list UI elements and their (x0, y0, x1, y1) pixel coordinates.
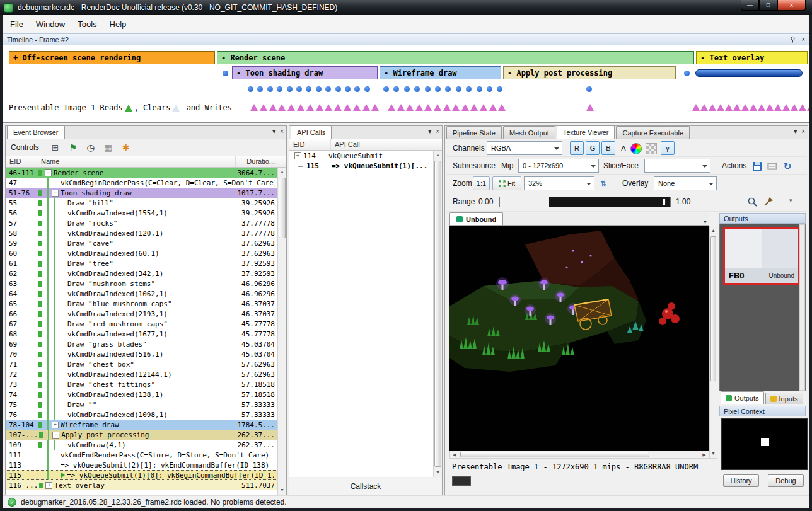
write-usage-triangle[interactable] (424, 104, 432, 111)
gamma-button[interactable]: γ (661, 141, 675, 155)
alpha-channel-button[interactable]: A (617, 141, 630, 155)
write-usage-triangle[interactable] (297, 104, 304, 111)
event-row[interactable]: 69Draw "grass blades"45.03704 (6, 339, 277, 349)
texture-tab-list-icon[interactable]: ▾ (701, 218, 709, 225)
timeline-close-icon[interactable]: × (801, 36, 805, 43)
write-usage-triangle[interactable] (452, 104, 460, 111)
draw-call-dot[interactable] (345, 86, 351, 92)
blue-channel-button[interactable]: B (601, 141, 615, 155)
scroll-up-icon[interactable]: ▲ (434, 151, 442, 159)
red-channel-button[interactable]: R (570, 141, 584, 155)
open-texture-list-icon[interactable] (767, 161, 778, 172)
zoom-range-icon[interactable] (747, 197, 758, 208)
draw-call-dot[interactable] (354, 86, 360, 92)
write-usage-triangle[interactable] (799, 104, 806, 111)
write-usage-triangle[interactable] (741, 104, 749, 111)
write-usage-triangle[interactable] (434, 104, 441, 111)
event-row[interactable]: 47vkCmdBeginRenderPass(C=Clear, D=Clear,… (6, 178, 277, 188)
checkerboard-background-icon[interactable] (646, 143, 657, 154)
draw-call-dot[interactable] (267, 86, 273, 92)
write-usage-triangle[interactable] (692, 104, 700, 111)
write-usage-triangle[interactable] (316, 104, 323, 111)
draw-call-dot[interactable] (466, 86, 472, 92)
expand-icon[interactable]: + (52, 422, 59, 428)
event-row[interactable]: 63Draw "mushroom stems"46.96296 (6, 278, 277, 289)
event-row[interactable]: 75Draw ""57.33333 (6, 399, 277, 410)
draw-call-dot[interactable] (497, 86, 502, 92)
collapse-icon[interactable]: − (45, 169, 52, 176)
write-usage-triangle[interactable] (250, 104, 258, 111)
api-calls-scrollbar[interactable]: ▲ ▼ (433, 151, 442, 477)
event-row[interactable]: 72vkCmdDrawIndexed(12144,1)57.62963 (6, 369, 277, 379)
expand-icon[interactable]: + (294, 152, 301, 159)
draw-call-dot[interactable] (335, 86, 341, 92)
slice-face-select[interactable] (644, 159, 710, 173)
tab-api-calls[interactable]: API Calls (291, 125, 332, 139)
scrollbar-thumb[interactable] (460, 452, 649, 457)
write-usage-triangle[interactable] (325, 104, 332, 111)
draw-call-dot[interactable] (257, 86, 263, 92)
scroll-down-icon[interactable]: ▼ (710, 449, 717, 458)
write-usage-triangle[interactable] (700, 104, 708, 111)
history-button[interactable]: History (723, 474, 759, 487)
texture-display[interactable] (450, 226, 709, 451)
draw-call-dot[interactable] (435, 86, 441, 92)
scroll-left-icon[interactable]: ◀ (450, 451, 459, 458)
write-usage-triangle[interactable] (766, 104, 774, 111)
callstack-section[interactable]: Callstack (289, 478, 442, 495)
write-usage-triangle[interactable] (397, 104, 405, 111)
event-row[interactable]: 111vkCmdEndRenderPass(C=Store, D=Store, … (6, 450, 277, 460)
scroll-down-icon[interactable]: ▼ (278, 486, 286, 495)
menu-item-help[interactable]: Help (103, 16, 133, 32)
pixel-context-view[interactable] (721, 418, 808, 470)
draw-call-dot[interactable] (223, 71, 228, 76)
write-usage-triangle[interactable] (489, 104, 497, 111)
event-row[interactable]: 46-111−Render scene3064.7... (6, 168, 277, 178)
event-row[interactable]: 62vkCmdDrawIndexed(342,1)37.92593 (6, 268, 277, 278)
zoom-percent-select[interactable]: 32% (524, 176, 594, 190)
event-row[interactable]: 113=> vkQueueSubmit(2)[1]: vkEndCommandB… (6, 460, 277, 470)
api-call-row[interactable]: +114vkQueueSubmit (289, 151, 433, 161)
event-row[interactable]: 56vkCmdDrawIndexed(1554,1)39.25926 (6, 208, 277, 218)
event-row[interactable]: 67Draw "red mushroom caps"45.77778 (6, 319, 277, 329)
write-usage-triangle[interactable] (353, 104, 361, 111)
timeline-marker-bar[interactable]: + Off-screen scene rendering (9, 51, 215, 64)
tab-inputs[interactable]: Inputs (765, 393, 803, 404)
debug-button[interactable]: Debug (768, 474, 804, 487)
timeline-marker-bar[interactable]: - Apply post processing (503, 66, 676, 79)
range-slider[interactable] (499, 197, 671, 207)
write-usage-triangle[interactable] (470, 104, 478, 111)
panel-menu-icon[interactable]: ▾ (794, 128, 797, 135)
draw-call-dot[interactable] (296, 86, 302, 92)
green-channel-button[interactable]: G (586, 141, 600, 155)
draw-call-dot[interactable] (383, 86, 389, 92)
zoom-1to1-button[interactable]: 1:1 (473, 176, 490, 190)
event-row[interactable]: 78-104+Wireframe draw1784.5... (6, 420, 277, 430)
panel-close-icon[interactable]: × (801, 128, 805, 135)
draw-call-dot[interactable] (277, 86, 282, 92)
draw-call-dot[interactable] (445, 86, 451, 92)
bookmark-flag-icon[interactable]: ⚑ (68, 142, 78, 152)
mip-select[interactable]: 0 - 1272x690 (518, 159, 599, 173)
event-row[interactable]: 68vkCmdDrawIndexed(1677,1)45.77778 (6, 329, 277, 339)
tab-mesh-output[interactable]: Mesh Output (503, 126, 555, 139)
event-row[interactable]: 57Draw "rocks"37.77778 (6, 218, 277, 228)
write-usage-triangle[interactable] (443, 104, 451, 111)
write-usage-triangle[interactable] (782, 104, 790, 111)
event-row[interactable]: 73Draw "chest fittings"57.18518 (6, 379, 277, 389)
draw-call-dot[interactable] (306, 86, 311, 92)
write-usage-triangle[interactable] (758, 104, 765, 111)
fb0-thumbnail[interactable]: FB0 Unbound (723, 227, 800, 285)
settings-star-icon[interactable]: ✱ (121, 142, 131, 152)
write-usage-triangle[interactable] (791, 104, 798, 111)
write-usage-triangle[interactable] (269, 104, 277, 111)
autofit-range-icon[interactable] (763, 197, 774, 208)
write-usage-triangle[interactable] (362, 104, 370, 111)
write-usage-triangle[interactable] (586, 104, 594, 111)
write-usage-triangle[interactable] (709, 104, 716, 111)
flip-y-icon[interactable]: ⇅ (598, 176, 609, 190)
api-call-row[interactable]: 115=> vkQueueSubmit(1)[... (289, 161, 433, 171)
channels-select[interactable]: RGBA (487, 141, 562, 155)
save-texture-icon[interactable] (751, 161, 763, 172)
event-row[interactable]: 61Draw "tree"37.92593 (6, 258, 277, 268)
